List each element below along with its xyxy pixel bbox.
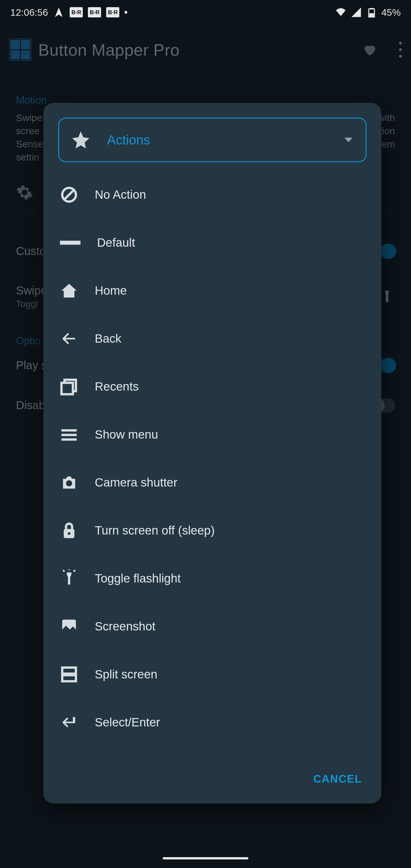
status-bar: 12:06:56 B·R B·R B·R 45%: [0, 0, 411, 25]
wifi-icon: [335, 6, 347, 18]
star-icon: [70, 130, 91, 150]
notif-chip: B·R: [70, 7, 83, 18]
navigation-pill[interactable]: [163, 857, 248, 860]
settings-row-label: Swipe: [16, 284, 47, 297]
battery-icon: [366, 6, 377, 18]
split-screen-icon: [60, 665, 78, 684]
action-item-label: Back: [95, 332, 121, 345]
notif-chip: B·R: [106, 7, 119, 18]
flashlight-icon: [379, 289, 395, 305]
chevron-down-icon: [345, 137, 352, 142]
action-item-label: Default: [97, 236, 135, 250]
lock-icon: [60, 521, 78, 540]
gear-icon[interactable]: [16, 184, 33, 201]
svg-rect-8: [61, 434, 76, 436]
home-icon: [60, 282, 78, 300]
svg-line-14: [74, 570, 75, 571]
notif-dot-icon: [124, 11, 127, 14]
screenshot-icon: [60, 617, 78, 636]
action-item-home[interactable]: Home: [58, 267, 367, 315]
settings-row-label: Custo: [16, 245, 46, 257]
no-action-icon: [60, 186, 78, 204]
action-item-label: Recents: [95, 380, 139, 394]
dropdown-label: Actions: [107, 132, 328, 148]
notif-chip: B·R: [88, 7, 101, 18]
action-item-label: No Action: [95, 188, 146, 202]
app-title: Button Mapper Pro: [38, 40, 355, 59]
camera-icon: [60, 473, 78, 492]
more-options-icon[interactable]: [399, 42, 402, 58]
action-item-recents[interactable]: Recents: [58, 363, 367, 411]
action-item-no-action[interactable]: No Action: [58, 171, 367, 219]
action-item-show-menu[interactable]: Show menu: [58, 411, 367, 459]
actions-list: No Action Default Home Back Recents: [43, 171, 381, 746]
action-item-screenshot[interactable]: Screenshot: [58, 602, 367, 650]
action-item-label: Toggle flashlight: [95, 571, 181, 585]
action-item-select-enter[interactable]: Select/Enter: [58, 699, 367, 746]
svg-rect-2: [369, 13, 374, 17]
action-item-label: Turn screen off (sleep): [95, 524, 215, 537]
svg-line-13: [63, 570, 64, 571]
battery-percent: 45%: [381, 7, 401, 18]
cancel-button[interactable]: CANCEL: [313, 773, 362, 785]
recents-icon: [60, 377, 78, 396]
menu-icon: [60, 426, 78, 444]
action-item-label: Split screen: [95, 668, 157, 681]
svg-rect-9: [61, 438, 76, 440]
action-item-label: Screenshot: [95, 620, 155, 633]
settings-row-sublabel: Toggl: [16, 299, 47, 309]
action-item-toggle-flashlight[interactable]: Toggle flashlight: [58, 555, 367, 602]
back-arrow-icon: [60, 330, 78, 348]
svg-rect-18: [62, 675, 76, 681]
app-icon: [9, 38, 31, 61]
action-item-back[interactable]: Back: [58, 315, 367, 363]
action-item-label: Home: [95, 284, 127, 298]
svg-rect-17: [62, 668, 76, 674]
app-bar: Button Mapper Pro: [0, 31, 411, 68]
action-item-split-screen[interactable]: Split screen: [58, 650, 367, 699]
action-item-label: Camera shutter: [95, 476, 177, 489]
status-time: 12:06:56: [10, 7, 48, 18]
action-item-camera-shutter[interactable]: Camera shutter: [58, 459, 367, 506]
default-icon: [60, 241, 81, 245]
action-item-label: Show menu: [95, 428, 158, 441]
svg-point-10: [66, 480, 72, 486]
action-item-default[interactable]: Default: [58, 219, 367, 267]
svg-rect-7: [61, 429, 76, 431]
settings-row-label: Disab: [16, 399, 45, 412]
settings-row-label: Play s: [16, 359, 47, 372]
motion-blurb: Swipe scree Sense settin: [16, 111, 43, 164]
enter-icon: [60, 713, 78, 732]
actions-dropdown[interactable]: Actions: [58, 118, 367, 162]
action-item-turn-screen-off[interactable]: Turn screen off (sleep): [58, 506, 367, 555]
svg-point-12: [68, 532, 70, 535]
favorite-icon[interactable]: [362, 42, 378, 58]
nav-arrow-icon: [53, 6, 64, 18]
svg-rect-6: [61, 383, 73, 394]
flashlight-icon: [60, 569, 78, 588]
svg-line-4: [64, 189, 74, 200]
signal-icon: [350, 6, 362, 18]
actions-dialog: Actions No Action Default Home Back: [43, 103, 381, 803]
action-item-label: Select/Enter: [95, 716, 160, 729]
